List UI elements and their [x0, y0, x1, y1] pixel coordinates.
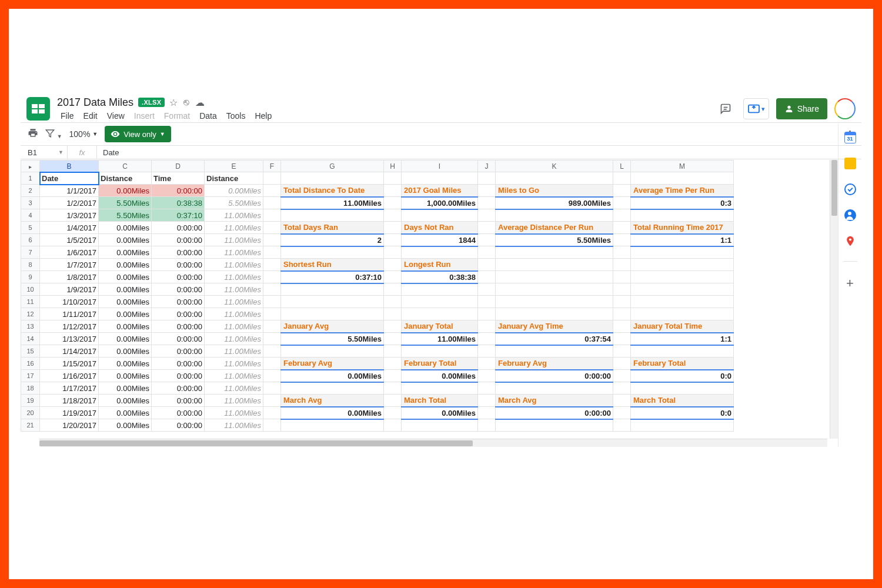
cell-L6[interactable]: [613, 234, 631, 246]
cell-K13[interactable]: January Avg Time: [496, 320, 613, 333]
cell-E16[interactable]: 11.00Miles: [205, 358, 263, 370]
menu-tools[interactable]: Tools: [223, 110, 249, 122]
cell-B9[interactable]: 1/8/2017: [40, 271, 99, 283]
cell-I11[interactable]: [402, 296, 478, 308]
cell-D20[interactable]: 0:00:00: [152, 407, 205, 419]
cell-J13[interactable]: [478, 320, 496, 333]
cell-C12[interactable]: 0.00Miles: [99, 308, 152, 320]
cell-M7[interactable]: [631, 246, 734, 259]
cell-C7[interactable]: 0.00Miles: [99, 246, 152, 259]
vertical-scrollbar[interactable]: [830, 160, 838, 439]
cell-D7[interactable]: 0:00:00: [152, 246, 205, 259]
cell-I7[interactable]: [402, 246, 478, 259]
cell-E13[interactable]: 11.00Miles: [205, 320, 263, 333]
cell-I12[interactable]: [402, 308, 478, 320]
cell-C13[interactable]: 0.00Miles: [99, 320, 152, 333]
cell-D8[interactable]: 0:00:00: [152, 259, 205, 271]
cell-M9[interactable]: [631, 271, 734, 283]
cell-M16[interactable]: February Total: [631, 358, 734, 370]
cell-C1[interactable]: Distance: [99, 172, 152, 185]
cell-M17[interactable]: 0:0: [631, 370, 734, 382]
cell-K11[interactable]: [496, 296, 613, 308]
cell-J21[interactable]: [478, 419, 496, 432]
horizontal-scrollbar[interactable]: [39, 439, 827, 447]
row-header-12[interactable]: 12: [21, 308, 40, 320]
row-header-13[interactable]: 13: [21, 320, 40, 333]
cell-D6[interactable]: 0:00:00: [152, 234, 205, 246]
cell-C19[interactable]: 0.00Miles: [99, 395, 152, 407]
cell-D19[interactable]: 0:00:00: [152, 395, 205, 407]
cell-L11[interactable]: [613, 296, 631, 308]
col-header-J[interactable]: J: [478, 161, 496, 172]
cell-G4[interactable]: [281, 209, 384, 222]
cell-D2[interactable]: 0:00:00: [152, 185, 205, 197]
cell-K3[interactable]: 989.00Miles: [496, 197, 613, 209]
cell-F12[interactable]: [263, 308, 281, 320]
view-only-button[interactable]: View only ▼: [105, 126, 171, 142]
row-header-2[interactable]: 2: [21, 185, 40, 197]
move-icon[interactable]: ⎋: [183, 97, 189, 108]
cell-E20[interactable]: 11.00Miles: [205, 407, 263, 419]
cell-I6[interactable]: 1844: [402, 234, 478, 246]
cell-F6[interactable]: [263, 234, 281, 246]
cell-B20[interactable]: 1/19/2017: [40, 407, 99, 419]
cell-L14[interactable]: [613, 333, 631, 345]
cell-E18[interactable]: 11.00Miles: [205, 382, 263, 395]
row-header-9[interactable]: 9: [21, 271, 40, 283]
cell-J12[interactable]: [478, 308, 496, 320]
cell-B2[interactable]: 1/1/2017: [40, 185, 99, 197]
cell-M20[interactable]: 0:0: [631, 407, 734, 419]
cell-M21[interactable]: [631, 419, 734, 432]
cell-B18[interactable]: 1/17/2017: [40, 382, 99, 395]
cell-F3[interactable]: [263, 197, 281, 209]
cell-J10[interactable]: [478, 283, 496, 296]
cell-L15[interactable]: [613, 345, 631, 358]
cell-C10[interactable]: 0.00Miles: [99, 283, 152, 296]
cell-G19[interactable]: March Avg: [281, 395, 384, 407]
cell-E15[interactable]: 11.00Miles: [205, 345, 263, 358]
cell-D1[interactable]: Time: [152, 172, 205, 185]
cell-G14[interactable]: 5.50Miles: [281, 333, 384, 345]
cell-I14[interactable]: 11.00Miles: [402, 333, 478, 345]
cell-F9[interactable]: [263, 271, 281, 283]
cell-D10[interactable]: 0:00:00: [152, 283, 205, 296]
cell-C16[interactable]: 0.00Miles: [99, 358, 152, 370]
cell-J4[interactable]: [478, 209, 496, 222]
cell-I5[interactable]: Days Not Ran: [402, 222, 478, 234]
cell-G7[interactable]: [281, 246, 384, 259]
cell-L5[interactable]: [613, 222, 631, 234]
cell-D4[interactable]: 0:37:10: [152, 209, 205, 222]
cell-G12[interactable]: [281, 308, 384, 320]
cell-J5[interactable]: [478, 222, 496, 234]
cell-G3[interactable]: 11.00Miles: [281, 197, 384, 209]
cell-H16[interactable]: [384, 358, 402, 370]
cell-B3[interactable]: 1/2/2017: [40, 197, 99, 209]
row-header-19[interactable]: 19: [21, 395, 40, 407]
cell-D9[interactable]: 0:00:00: [152, 271, 205, 283]
cell-H15[interactable]: [384, 345, 402, 358]
cell-L9[interactable]: [613, 271, 631, 283]
cell-I2[interactable]: 2017 Goal Miles: [402, 185, 478, 197]
menu-file[interactable]: File: [57, 110, 78, 122]
cell-B14[interactable]: 1/13/2017: [40, 333, 99, 345]
cell-K20[interactable]: 0:00:00: [496, 407, 613, 419]
cell-K2[interactable]: Miles to Go: [496, 185, 613, 197]
cell-C3[interactable]: 5.50Miles: [99, 197, 152, 209]
cell-M12[interactable]: [631, 308, 734, 320]
cell-C11[interactable]: 0.00Miles: [99, 296, 152, 308]
cell-L13[interactable]: [613, 320, 631, 333]
cell-K4[interactable]: [496, 209, 613, 222]
cell-I15[interactable]: [402, 345, 478, 358]
cell-C21[interactable]: 0.00Miles: [99, 419, 152, 432]
present-button[interactable]: ▾: [743, 98, 769, 119]
cell-H9[interactable]: [384, 271, 402, 283]
row-header-3[interactable]: 3: [21, 197, 40, 209]
cell-H18[interactable]: [384, 382, 402, 395]
cell-L4[interactable]: [613, 209, 631, 222]
cell-G10[interactable]: [281, 283, 384, 296]
cell-H21[interactable]: [384, 419, 402, 432]
cell-K12[interactable]: [496, 308, 613, 320]
cell-J18[interactable]: [478, 382, 496, 395]
cell-L12[interactable]: [613, 308, 631, 320]
cell-J7[interactable]: [478, 246, 496, 259]
